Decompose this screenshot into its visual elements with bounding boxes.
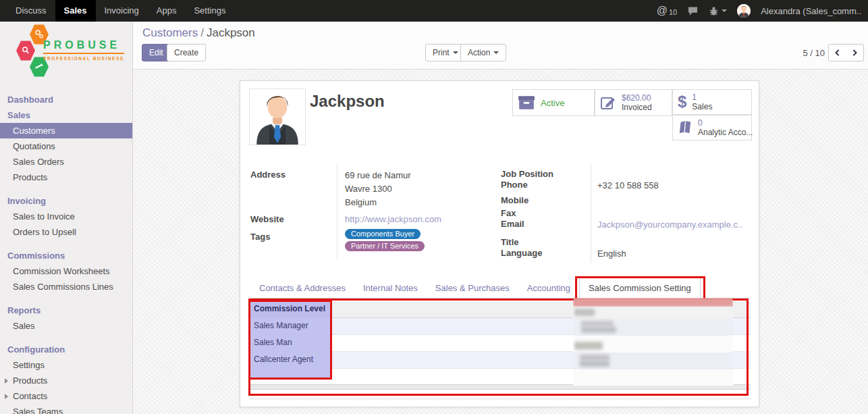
logo-hex-magnifier-icon [16, 41, 35, 61]
address-line-3: Belgium [345, 197, 377, 207]
website-label: Website [250, 214, 284, 224]
sidebar-header-commissions[interactable]: Commissions [0, 248, 132, 263]
sidebar-header-dashboard[interactable]: Dashboard [0, 92, 132, 107]
sidebar-item-sales-orders[interactable]: Sales Orders [0, 154, 132, 170]
archive-box-icon [518, 95, 535, 110]
tag-components-buyer[interactable]: Components Buyer [345, 229, 421, 239]
tags-label: Tags [250, 232, 270, 242]
commission-level-cell: Callcenter Agent [250, 352, 332, 369]
sidebar-item-label: Contacts [13, 391, 47, 401]
debug-icon[interactable] [709, 6, 727, 16]
create-button[interactable]: Create [167, 44, 206, 61]
sales-stat-button[interactable]: $ 1 Sales [672, 89, 752, 115]
sidebar-item-sales-to-invoice[interactable]: Sales to Invoice [0, 209, 132, 224]
invoiced-label: Invoiced [622, 103, 652, 112]
print-button[interactable]: Print [425, 44, 466, 61]
tab-sales-commission-setting[interactable]: Sales Commission Setting [579, 278, 701, 299]
sidebar-item-label: Products [13, 376, 47, 386]
menu-discuss[interactable]: Discuss [7, 0, 55, 22]
tag-partner-it-services[interactable]: Partner / IT Services [345, 241, 425, 251]
language-value: English [597, 249, 626, 259]
analytic-count: 0 [698, 118, 753, 128]
expand-arrow-icon [5, 378, 8, 384]
sidebar-item-customers[interactable]: Customers [0, 123, 132, 138]
menu-invoicing[interactable]: Invoicing [96, 0, 148, 22]
mention-count: 10 [669, 8, 677, 16]
brand-name: PROBUSE [43, 39, 124, 54]
user-name[interactable]: Alexandra (Sales_comm.. [761, 6, 861, 16]
chevron-down-icon [453, 51, 458, 54]
brand-text: PROBUSE PROFESSIONAL BUSINESS [43, 39, 124, 61]
at-icon: @ [657, 5, 668, 16]
mentions-button[interactable]: @ 10 [657, 5, 678, 16]
fax-label: Fax [501, 208, 516, 218]
commission-level-header: Commission Level [250, 301, 332, 318]
website-link[interactable]: http://www.jackpson.com [345, 214, 441, 224]
sidebar-item-sales-teams[interactable]: Sales Teams [0, 404, 132, 414]
tab-accounting[interactable]: Accounting [518, 278, 579, 298]
sidebar-header-sales[interactable]: Sales [0, 107, 132, 123]
sidebar-item-quotations[interactable]: Quotations [0, 138, 132, 154]
field-separator [591, 163, 591, 263]
redacted-body [573, 307, 733, 386]
customer-photo[interactable] [249, 88, 306, 145]
sidebar-item-config-products[interactable]: Products [0, 373, 132, 388]
address-line-2: Wavre 1300 [345, 184, 392, 194]
sidebar-header-configuration[interactable]: Configuration [0, 342, 132, 357]
menu-apps[interactable]: Apps [148, 0, 186, 22]
sidebar-item-orders-to-upsell[interactable]: Orders to Upsell [0, 224, 132, 240]
pencil-square-icon [600, 95, 616, 111]
dollar-icon: $ [678, 94, 686, 110]
main-area: Customers/Jackpson Edit Create Print Act… [133, 22, 868, 414]
action-label: Action [468, 45, 490, 61]
sidebar-item-commission-worksheets[interactable]: Commission Worksheets [0, 263, 132, 279]
action-button[interactable]: Action [460, 44, 506, 61]
sidebar-item-reports-sales[interactable]: Sales [0, 318, 132, 334]
systray: @ 10 Alexandra (Sales_c [657, 0, 868, 22]
tab-internal-notes[interactable]: Internal Notes [354, 278, 427, 298]
redacted-blob [580, 355, 609, 361]
field-separator [337, 163, 337, 259]
address-line-1: 69 rue de Namur [345, 170, 411, 180]
table-bottom-border [250, 398, 751, 399]
sidebar-header-invoicing[interactable]: Invoicing [0, 193, 132, 209]
address-label: Address [250, 170, 286, 180]
messages-icon[interactable] [687, 6, 699, 16]
sidebar-item-sales-commissions-lines[interactable]: Sales Commissions Lines [0, 279, 132, 294]
breadcrumb-customers-link[interactable]: Customers [142, 26, 198, 39]
pager-next-button[interactable] [846, 44, 864, 61]
app-menu: Discuss Sales Invoicing Apps Settings [0, 0, 234, 22]
active-stat-button[interactable]: Active [512, 89, 595, 116]
menu-settings[interactable]: Settings [185, 0, 234, 22]
sidebar: PROBUSE PROFESSIONAL BUSINESS Dashboard … [0, 22, 133, 414]
phone-label: Phone [501, 180, 528, 190]
expand-arrow-icon [5, 394, 8, 399]
commission-level-cell: Sales Manager [250, 318, 332, 335]
tab-contacts-addresses[interactable]: Contacts & Addresses [250, 278, 354, 298]
chevron-down-icon [722, 9, 727, 12]
user-avatar[interactable] [737, 4, 751, 18]
email-link[interactable]: Jackpson@yourcompany.example.c.. [597, 219, 742, 230]
record-sheet: Jackpson Active $620.00 Invoic [240, 80, 759, 407]
pager-previous-button[interactable] [828, 44, 846, 61]
analytic-stat-button[interactable]: 0 Analytic Acco... [672, 115, 752, 140]
breadcrumb-separator: / [198, 26, 207, 39]
invoiced-stat-button[interactable]: $620.00 Invoiced [595, 89, 672, 116]
sidebar-item-config-contacts[interactable]: Contacts [0, 388, 132, 404]
breadcrumb-current: Jackpson [207, 26, 255, 39]
sidebar-item-products[interactable]: Products [0, 170, 132, 185]
tab-label: Sales Commission Setting [589, 283, 691, 293]
notebook-tabs: Contacts & Addresses Internal Notes Sale… [250, 278, 751, 299]
pager-counter: 5 / 10 [803, 48, 825, 58]
sidebar-header-reports[interactable]: Reports [0, 303, 132, 318]
brand-tagline: PROFESSIONAL BUSINESS [43, 56, 124, 61]
job-position-label: Job Position [501, 169, 553, 179]
menu-sales[interactable]: Sales [55, 0, 96, 22]
email-label: Email [501, 219, 524, 229]
sidebar-item-settings[interactable]: Settings [0, 357, 132, 373]
tab-sales-purchases[interactable]: Sales & Purchases [427, 278, 518, 298]
commission-level-cell: Sales Man [250, 335, 332, 352]
redacted-header-band [573, 307, 733, 319]
top-navbar: Discuss Sales Invoicing Apps Settings @ … [0, 0, 868, 22]
redacted-blob [581, 327, 616, 333]
